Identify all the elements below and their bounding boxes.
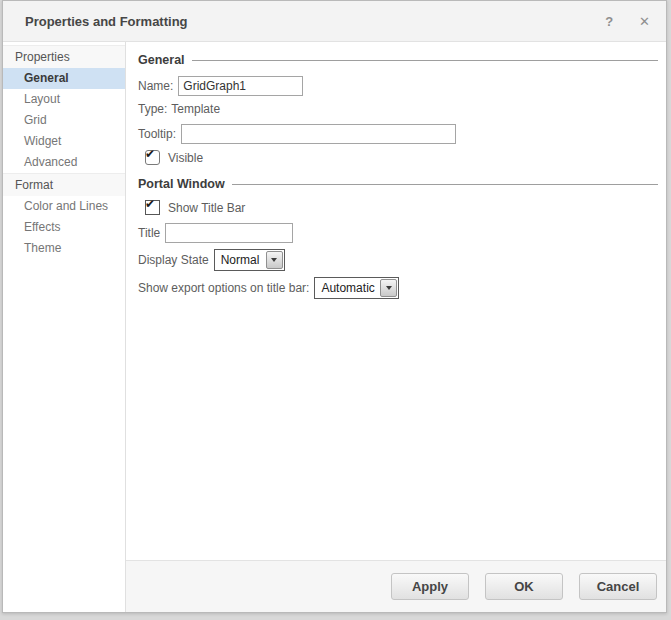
- title-input[interactable]: [165, 223, 293, 243]
- sidebar-section-properties: Properties: [3, 45, 125, 68]
- sidebar-item-color-and-lines[interactable]: Color and Lines: [3, 196, 125, 217]
- dialog-title: Properties and Formatting: [25, 14, 605, 29]
- show-title-bar-label: Show Title Bar: [168, 201, 245, 215]
- main-content: General Name: Type: Template Tooltip:: [126, 42, 666, 560]
- name-row: Name:: [138, 76, 658, 96]
- checkmark-icon: ✔: [145, 197, 155, 211]
- general-section-title: General: [138, 53, 185, 67]
- sidebar-item-widget[interactable]: Widget: [3, 131, 125, 152]
- chevron-down-icon: [386, 286, 392, 290]
- display-state-dropdown[interactable]: Normal: [214, 249, 285, 271]
- tooltip-input[interactable]: [181, 124, 456, 144]
- title-row: Title: [138, 223, 658, 243]
- sidebar-item-effects[interactable]: Effects: [3, 217, 125, 238]
- sidebar-item-general[interactable]: General: [3, 68, 125, 89]
- apply-button[interactable]: Apply: [391, 573, 469, 600]
- close-icon[interactable]: ✕: [639, 15, 650, 28]
- export-options-dropdown[interactable]: Automatic: [314, 277, 399, 299]
- name-label: Name:: [138, 79, 173, 93]
- display-state-label: Display State: [138, 253, 209, 267]
- type-row: Type: Template: [138, 102, 658, 116]
- show-title-bar-checkbox[interactable]: ✔: [145, 200, 160, 215]
- section-divider: [192, 60, 658, 61]
- dialog-title-bar: Properties and Formatting ? ✕: [3, 1, 666, 42]
- type-label: Type:: [138, 102, 167, 116]
- tooltip-label: Tooltip:: [138, 127, 176, 141]
- portal-window-section-title: Portal Window: [138, 177, 225, 191]
- sidebar: Properties General Layout Grid Widget Ad…: [3, 42, 126, 612]
- chevron-down-icon: [271, 258, 277, 262]
- visible-checkbox[interactable]: ✔: [145, 150, 160, 165]
- checkmark-icon: ✔: [145, 147, 155, 161]
- dropdown-arrow-button[interactable]: [380, 279, 397, 297]
- ok-button[interactable]: OK: [485, 573, 563, 600]
- general-section-header: General: [138, 53, 658, 67]
- portal-window-section-header: Portal Window: [138, 177, 658, 191]
- help-icon[interactable]: ?: [605, 15, 613, 28]
- display-state-row: Display State Normal: [138, 249, 658, 271]
- sidebar-item-grid[interactable]: Grid: [3, 110, 125, 131]
- cancel-button[interactable]: Cancel: [579, 573, 657, 600]
- main-panel: General Name: Type: Template Tooltip:: [126, 42, 666, 612]
- type-value: Template: [171, 102, 220, 116]
- sidebar-item-advanced[interactable]: Advanced: [3, 152, 125, 173]
- dialog-footer: Apply OK Cancel: [126, 560, 666, 612]
- display-state-value: Normal: [215, 250, 265, 270]
- export-options-row: Show export options on title bar: Automa…: [138, 277, 658, 299]
- export-options-label: Show export options on title bar:: [138, 281, 309, 295]
- sidebar-item-theme[interactable]: Theme: [3, 238, 125, 259]
- name-input[interactable]: [178, 76, 303, 96]
- show-title-bar-row: ✔ Show Title Bar: [145, 200, 658, 215]
- sidebar-section-format: Format: [3, 173, 125, 196]
- section-divider: [232, 184, 658, 185]
- export-options-value: Automatic: [315, 278, 379, 298]
- visible-label: Visible: [168, 151, 203, 165]
- visible-row: ✔ Visible: [145, 150, 658, 165]
- properties-and-formatting-dialog: Properties and Formatting ? ✕ Properties…: [2, 0, 667, 613]
- tooltip-row: Tooltip:: [138, 124, 658, 144]
- dropdown-arrow-button[interactable]: [266, 251, 283, 269]
- sidebar-item-layout[interactable]: Layout: [3, 89, 125, 110]
- title-label: Title: [138, 226, 160, 240]
